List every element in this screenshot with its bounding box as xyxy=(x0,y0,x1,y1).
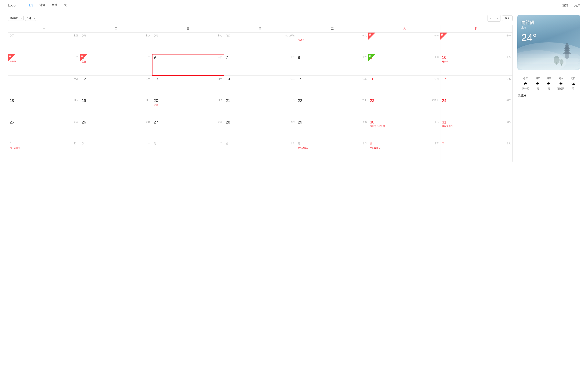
cell-date-4: 4 xyxy=(226,142,294,146)
cell-date-14: 14 xyxy=(226,77,294,81)
calendar-cell-11[interactable]: 11十九 xyxy=(8,76,80,97)
cell-lunar-40: 十五 xyxy=(434,142,439,145)
calendar-cell-17[interactable]: 17廿五 xyxy=(440,76,512,97)
cell-lunar-13: 十八 xyxy=(507,56,511,59)
calendar-cell-5[interactable]: 休5十三立夏 xyxy=(80,54,152,76)
calendar-cell-28[interactable]: 28初六 xyxy=(224,119,296,140)
cell-date-1: 1 xyxy=(10,142,78,146)
cell-lunar-39: 十四 xyxy=(362,142,367,145)
forecast-row: 今天 🌧 雨转阴 周四 🌧 雨 周五 🌧 雨 周六 🌧 雨转阴 周日 🌤 阴 xyxy=(517,77,580,90)
calendar-cell-20[interactable]: 20廿八小满 xyxy=(152,97,224,119)
cell-lunar-26: 闰四月 xyxy=(432,99,439,102)
notification-button[interactable]: 通知 xyxy=(562,3,568,7)
calendar-cell-9[interactable]: 班9十七 xyxy=(368,54,440,76)
logo: Logo xyxy=(8,4,15,7)
forecast-text-2: 雨 xyxy=(548,87,550,90)
calendar-cell-27[interactable]: 27初五 xyxy=(8,32,80,54)
calendar-cell-7[interactable]: 7十五 xyxy=(224,54,296,76)
nav-link-plan[interactable]: 计划 xyxy=(39,2,45,8)
month-select[interactable]: 5月 xyxy=(25,16,36,21)
nav-link-help[interactable]: 帮助 xyxy=(52,2,57,8)
forecast-text-4: 阴 xyxy=(572,87,574,90)
cell-lunar-7: 十二 xyxy=(74,56,78,59)
calendar-cell-21[interactable]: 21廿九 xyxy=(224,97,296,119)
calendar-cell-30[interactable]: 30初八五卅运动纪念日 xyxy=(368,119,440,140)
calendar-cell-24[interactable]: 24初二 xyxy=(440,97,512,119)
calendar-cell-23[interactable]: 23闰四月 xyxy=(368,97,440,119)
cell-festival-35: 六一儿童节 xyxy=(10,146,78,149)
cell-date-26: 26 xyxy=(82,120,150,125)
year-select[interactable]: 2020年 xyxy=(8,16,23,21)
calendar-cell-10[interactable]: 10十八母亲节 xyxy=(440,54,512,76)
cell-date-28: 28 xyxy=(82,34,150,38)
calendar-cell-6[interactable]: 6十四 xyxy=(152,54,224,76)
calendar-cell-31[interactable]: 31初九世界无烟日 xyxy=(440,119,512,140)
weather-icon-2: 🌧 xyxy=(547,81,551,86)
cell-lunar-15: 二十 xyxy=(146,77,150,80)
calendar-cell-2[interactable]: 2十一 xyxy=(80,140,152,162)
calendar-cell-4[interactable]: 4十三 xyxy=(224,140,296,162)
next-month-button[interactable]: › xyxy=(494,15,500,21)
cell-lunar-25: 三十 xyxy=(362,99,367,102)
calendar-cell-8[interactable]: 8十六 xyxy=(296,54,368,76)
prev-month-button[interactable]: ‹ xyxy=(488,15,494,21)
calendar-cell-1[interactable]: 1初十六一儿童节 xyxy=(8,140,80,162)
cell-date-20: 20 xyxy=(154,98,222,103)
today-button[interactable]: 今天 xyxy=(502,15,513,21)
holiday-tag-4: 休 xyxy=(8,54,15,61)
user-button[interactable]: 用户 xyxy=(574,3,580,7)
weather-condition: 雨转阴 xyxy=(521,20,576,25)
calendar-cell-22[interactable]: 22三十 xyxy=(296,97,368,119)
cell-lunar-24: 廿九 xyxy=(290,99,294,102)
cell-lunar-34: 初九 xyxy=(507,120,511,123)
calendar-cell-26[interactable]: 26初四 xyxy=(80,119,152,140)
weekday-thu: 四 xyxy=(224,25,296,32)
calendar-cell-5[interactable]: 5十四世界环境日 xyxy=(296,140,368,162)
calendar-cell-6[interactable]: 6十五全国爱眼日 xyxy=(368,140,440,162)
nav-link-calendar[interactable]: 日历 xyxy=(27,2,33,8)
nav-link-about[interactable]: 关于 xyxy=(64,2,70,8)
cell-lunar-18: 廿三 xyxy=(362,77,367,80)
weather-icon-0: 🌧 xyxy=(524,81,528,86)
calendar-cell-13[interactable]: 13廿一 xyxy=(152,76,224,97)
weather-icon-4: 🌤 xyxy=(571,81,575,86)
cell-date-5: 5 xyxy=(298,142,367,146)
cell-date-13: 13 xyxy=(154,77,222,81)
calendar-cell-15[interactable]: 15廿三 xyxy=(296,76,368,97)
calendar-cell-29[interactable]: 29初七 xyxy=(152,32,224,54)
cell-festival-40: 全国爱眼日 xyxy=(370,146,439,149)
cell-lunar-28: 初三 xyxy=(74,120,78,123)
svg-rect-15 xyxy=(517,62,580,70)
weather-icon-3: 🌧 xyxy=(559,81,563,86)
cell-lunar-38: 十三 xyxy=(290,142,294,145)
nav-right: 通知 用户 xyxy=(562,3,580,7)
calendar-cell-14[interactable]: 14廿二 xyxy=(224,76,296,97)
calendar-cell-7[interactable]: 7十六 xyxy=(440,140,512,162)
cell-date-11: 11 xyxy=(10,77,78,81)
cell-date-30: 30 xyxy=(226,34,294,38)
cell-date-27: 27 xyxy=(10,34,78,38)
cell-date-6: 6 xyxy=(370,142,439,146)
calendar-cell-3[interactable]: 休3十一 xyxy=(440,32,512,54)
calendar-cell-30[interactable]: 30初八 佛诞 xyxy=(224,32,296,54)
calendar-cell-25[interactable]: 25初三 xyxy=(8,119,80,140)
forecast-label-1: 周四 xyxy=(535,77,540,80)
calendar-cell-12[interactable]: 12二十 xyxy=(80,76,152,97)
calendar-cell-4[interactable]: 休4十二青年节 xyxy=(8,54,80,76)
calendar-cell-16[interactable]: 16廿四 xyxy=(368,76,440,97)
calendar-cell-2[interactable]: 休2初一 xyxy=(368,32,440,54)
calendar-cell-27[interactable]: 27初五 xyxy=(152,119,224,140)
calendar-cell-28[interactable]: 28初六 xyxy=(80,32,152,54)
weather-icon-1: 🌧 xyxy=(536,81,540,86)
calendar-cell-1[interactable]: 1初九劳动节 xyxy=(296,32,368,54)
calendar-cell-19[interactable]: 19廿七 xyxy=(80,97,152,119)
calendar-cell-29[interactable]: 29初七 xyxy=(296,119,368,140)
main-container: 2020年 5月 ‹ › 今天 一 二 三 四 五 xyxy=(0,11,588,166)
calendar-cell-3[interactable]: 3十二 xyxy=(152,140,224,162)
forecast-text-0: 雨转阴 xyxy=(522,87,529,90)
cell-lunar-12: 十七 xyxy=(434,56,439,59)
calendar-cell-18[interactable]: 18廿六 xyxy=(8,97,80,119)
forecast-label-3: 周六 xyxy=(559,77,563,80)
cell-date-18: 18 xyxy=(10,98,78,103)
holiday-tag-3: 休 xyxy=(440,32,447,40)
